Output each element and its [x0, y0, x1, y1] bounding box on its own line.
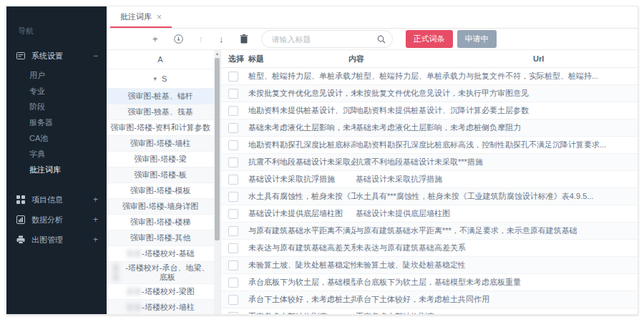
category-item[interactable]: 某某 -塔楼校对-梁图: [107, 284, 214, 300]
collapse-icon[interactable]: −: [93, 51, 98, 61]
category-item[interactable]: 强审图-塔楼-其他: [107, 230, 214, 246]
category-item[interactable]: 强审图-塔楼-梁: [107, 152, 214, 167]
table-area: 选择 标题 内容 Url 桩型、桩端持力层、单桩承载力与... 桩型、桩端持力层…: [221, 50, 638, 314]
search-input[interactable]: [261, 30, 393, 48]
sidebar-item[interactable]: 阶段: [6, 99, 107, 114]
sidebar-item[interactable]: 批注词库: [6, 162, 107, 177]
row-title: 不应考虑上部结构刚度: [248, 311, 356, 314]
download-button[interactable]: [174, 34, 183, 44]
sidebar-item-label: 用户: [29, 71, 45, 79]
sidebar-item[interactable]: 专业: [6, 83, 107, 99]
row-checkbox[interactable]: [228, 106, 238, 116]
row-checkbox[interactable]: [228, 260, 238, 270]
row-checkbox[interactable]: [228, 123, 238, 133]
redacted-name: 某某: [126, 303, 142, 312]
sidebar-item[interactable]: CA池: [6, 130, 107, 146]
scrollbar-thumb[interactable]: [215, 58, 220, 240]
table-row[interactable]: 不应考虑上部结构刚度 不应考虑上部结构刚度: [221, 308, 638, 314]
category-item-label: -塔楼校对-梁图: [142, 287, 194, 296]
table-row[interactable]: 地勘资料未提供桩基设计、沉降计... 地勘资料未提供桩基设计、沉降计算必要土层参…: [221, 102, 638, 119]
category-item-label: 强审图-塔楼-资料和计算参数: [110, 123, 210, 132]
category-item[interactable]: 某某 -塔楼校对-承台、地梁、底板: [107, 262, 214, 284]
table-row[interactable]: 与原有建筑基础水平距离不满足要... 与原有建筑基础水平距离***，不满足要求，…: [221, 223, 638, 240]
move-down-button[interactable]: ↓: [219, 34, 224, 44]
row-checkbox[interactable]: [228, 89, 238, 99]
row-content: 地勘资料未提供桩基设计、沉降计算必要土层参数: [356, 105, 638, 116]
sidebar-item[interactable]: 服务器: [6, 114, 107, 130]
table-header: 选择 标题 内容 Url: [221, 50, 638, 68]
sidebar-section-project-info[interactable]: 项目信息 +: [6, 190, 107, 209]
category-item[interactable]: 强审图-塔楼-模板: [107, 183, 214, 199]
row-checkbox[interactable]: [228, 157, 238, 167]
row-checkbox[interactable]: [228, 72, 238, 82]
sidebar-item-label: 服务器: [29, 118, 53, 127]
category-item-label: 强审图-塔楼-墙柱: [130, 139, 190, 148]
row-checkbox[interactable]: [228, 312, 238, 315]
move-up-button[interactable]: ↑: [199, 34, 204, 44]
table-row[interactable]: 基础未考虑液化土层影响，未考虑... 基础未考虑液化土层影响，未考虑桩侧负摩阻力: [221, 119, 638, 137]
row-checkbox[interactable]: [228, 192, 238, 202]
row-title: 承台下土体较好，未考虑桩土共同...: [248, 294, 356, 305]
category-item[interactable]: 强审图-塔楼-板: [107, 167, 214, 183]
add-button[interactable]: +: [152, 34, 158, 44]
table-row[interactable]: 地勘资料勘探孔深度比桩底标高浅... 地勘资料勘探孔深度比桩底标高浅，控制性勘探…: [221, 137, 638, 154]
category-item[interactable]: 强审图-桩基、锚杆: [107, 89, 214, 104]
sidebar: 系统设置 − 用户 专业 阶段 服务器: [6, 6, 107, 314]
row-title: 基础设计未提供底层墙柱图: [248, 208, 356, 219]
category-item[interactable]: 强审图-塔楼-墙柱: [107, 136, 214, 152]
expand-icon[interactable]: +: [93, 215, 98, 225]
row-title: 地勘资料勘探孔深度比桩底标高浅...: [248, 140, 356, 150]
category-item[interactable]: 强审图-独基、筏基: [107, 104, 214, 120]
close-icon[interactable]: ×: [157, 12, 162, 22]
row-content: 水土具有***腐蚀性，桩身未按《工业建筑防腐蚀设计标准》表4.9.5...: [356, 191, 638, 202]
category-item[interactable]: 某某 -塔楼校对-墙柱: [107, 300, 214, 314]
row-title: 未验算土坡、陡坎处桩基稳定性: [248, 260, 356, 270]
table-row[interactable]: 桩型、桩端持力层、单桩承载力与... 桩型、桩端持力层、单桩承载力与批复文件不符…: [221, 68, 638, 85]
row-content: 承台底板下为软土层，基础模型未考虑底板重量: [356, 277, 638, 288]
category-item[interactable]: 强审图-塔楼-楼梯: [107, 215, 214, 230]
table-row[interactable]: 承台下土体较好，未考虑桩土共同... 承台下土体较好，未考虑桩土共同作用: [221, 291, 638, 308]
table-row[interactable]: 未表达与原有建筑基础高差关系 未表达与原有建筑基础高差关系: [221, 240, 638, 257]
sidebar-section-data-analysis[interactable]: 数据分析 +: [6, 210, 107, 229]
column-header-content: 内容: [348, 54, 533, 64]
scrollbar-up-icon[interactable]: ▴: [214, 50, 220, 57]
delete-button[interactable]: [240, 34, 248, 44]
category-item[interactable]: ▾ S: [107, 69, 214, 89]
sidebar-item[interactable]: 用户: [6, 67, 107, 83]
category-item[interactable]: 强审图-塔楼-资料和计算参数: [107, 120, 214, 136]
row-content: 承台下土体较好，未考虑桩土共同作用: [356, 294, 638, 305]
table-row[interactable]: 承台底板下为软土层，基础模型未... 承台底板下为软土层，基础模型未考虑底板重量: [221, 274, 638, 291]
row-checkbox[interactable]: [228, 278, 238, 288]
category-item[interactable]: A: [107, 50, 214, 69]
tab-annotation-lexicon[interactable]: 批注词库 ×: [110, 7, 172, 28]
search-icon[interactable]: [377, 34, 386, 47]
row-checkbox[interactable]: [228, 243, 238, 253]
row-checkbox[interactable]: [228, 209, 238, 219]
category-panel: A ▾ S 强审图-桩基、锚杆: [107, 50, 221, 314]
row-title: 地勘资料未提供桩基设计、沉降计...: [248, 105, 356, 116]
category-item[interactable]: 某某 -塔楼校对-基础: [107, 246, 214, 262]
trash-icon: [240, 34, 248, 44]
expand-icon[interactable]: +: [93, 235, 98, 245]
table-row[interactable]: 抗震不利地段基础设计未采取必要... 抗震不利地段基础设计未采取***措施: [221, 154, 638, 171]
table-row[interactable]: 基础设计未采取抗浮措施 基础设计未采取抗浮措施: [221, 171, 638, 188]
row-checkbox[interactable]: [228, 226, 238, 236]
scrollbar[interactable]: ▴: [214, 50, 220, 314]
table-row[interactable]: 水土具有腐蚀性，桩身未按《工业... 水土具有***腐蚀性，桩身未按《工业建筑防…: [221, 188, 638, 205]
row-checkbox[interactable]: [228, 175, 238, 185]
sidebar-section-drawing-management[interactable]: 出图管理 +: [6, 230, 107, 249]
row-checkbox[interactable]: [228, 140, 238, 150]
chevron-down-icon[interactable]: ▾: [154, 74, 157, 84]
table-row[interactable]: 未按批复文件优化意见设计，未执... 未按批复文件优化意见设计，未执行甲方审图意…: [221, 85, 638, 102]
category-item-label: 强审图-塔楼-楼梯: [130, 218, 190, 227]
sidebar-nav-input[interactable]: [16, 26, 94, 36]
official-terms-button[interactable]: 正式词条: [406, 30, 453, 48]
table-row[interactable]: 基础设计未提供底层墙柱图 基础设计未提供底层墙柱图: [221, 205, 638, 223]
row-checkbox[interactable]: [228, 295, 238, 305]
table-row[interactable]: 未验算土坡、陡坎处桩基稳定性 未验算土坡、陡坎处桩基稳定性: [221, 257, 638, 274]
category-item[interactable]: 强审图-塔楼-墙身详图: [107, 199, 214, 215]
expand-icon[interactable]: +: [93, 195, 98, 205]
sidebar-item[interactable]: 字典: [6, 146, 107, 162]
pending-application-button[interactable]: 申请中: [457, 30, 497, 48]
sidebar-section-system-settings[interactable]: 系统设置 −: [6, 47, 107, 64]
